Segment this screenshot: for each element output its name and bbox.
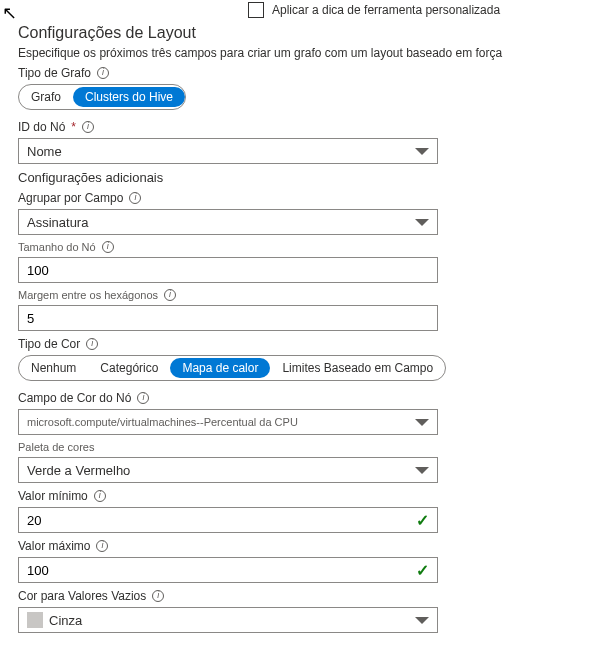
max-value-input[interactable] [27,563,416,578]
custom-tooltip-label: Aplicar a dica de ferramenta personaliza… [272,3,500,17]
check-icon: ✓ [416,511,429,530]
color-type-segmented[interactable]: Nenhum Categórico Mapa de calor Limites … [18,355,446,381]
layout-settings-hint: Especifique os próximos três campos para… [18,46,595,60]
hex-margin-label: Margem entre os hexágonos [18,289,158,301]
info-icon[interactable] [97,67,109,79]
info-icon[interactable] [82,121,94,133]
chevron-down-icon [415,617,429,624]
node-size-input[interactable] [27,263,429,278]
info-icon[interactable] [129,192,141,204]
check-icon: ✓ [416,561,429,580]
color-type-option-categorical[interactable]: Categórico [88,358,170,378]
graph-type-option-grafo[interactable]: Grafo [19,87,73,107]
info-icon[interactable] [96,540,108,552]
chevron-down-icon [415,148,429,155]
chevron-down-icon [415,219,429,226]
color-field-label: Campo de Cor do Nó [18,391,131,405]
hex-margin-input[interactable] [27,311,429,326]
info-icon[interactable] [94,490,106,502]
max-value-label: Valor máximo [18,539,90,553]
info-icon[interactable] [164,289,176,301]
group-by-label: Agrupar por Campo [18,191,123,205]
group-by-value: Assinatura [27,215,88,230]
info-icon[interactable] [137,392,149,404]
chevron-down-icon [415,467,429,474]
hex-margin-input-wrap[interactable] [18,305,438,331]
palette-value: Verde a Vermelho [27,463,130,478]
node-id-label: ID do Nó [18,120,65,134]
color-swatch-icon [27,612,43,628]
additional-settings-title: Configurações adicionais [18,170,595,185]
node-id-value: Nome [27,144,62,159]
color-type-option-none[interactable]: Nenhum [19,358,88,378]
color-type-label: Tipo de Cor [18,337,80,351]
empty-color-label: Cor para Valores Vazios [18,589,146,603]
color-field-select[interactable]: microsoft.compute/virtualmachines--Perce… [18,409,438,435]
palette-select[interactable]: Verde a Vermelho [18,457,438,483]
min-value-input-wrap[interactable]: ✓ [18,507,438,533]
color-type-option-field[interactable]: Limites Baseado em Campo [270,358,445,378]
graph-type-option-hive[interactable]: Clusters do Hive [73,87,185,107]
color-type-option-heatmap[interactable]: Mapa de calor [170,358,270,378]
node-size-input-wrap[interactable] [18,257,438,283]
min-value-label: Valor mínimo [18,489,88,503]
palette-label: Paleta de cores [18,441,94,453]
empty-color-value: Cinza [49,613,82,628]
max-value-input-wrap[interactable]: ✓ [18,557,438,583]
empty-color-select[interactable]: Cinza [18,607,438,633]
layout-settings-title: Configurações de Layout [18,24,595,42]
custom-tooltip-checkbox[interactable] [248,2,264,18]
node-size-label: Tamanho do Nó [18,241,96,253]
chevron-down-icon [415,419,429,426]
group-by-select[interactable]: Assinatura [18,209,438,235]
required-marker: * [71,120,76,134]
node-id-select[interactable]: Nome [18,138,438,164]
color-field-value: microsoft.compute/virtualmachines--Perce… [27,416,298,428]
info-icon[interactable] [152,590,164,602]
info-icon[interactable] [102,241,114,253]
min-value-input[interactable] [27,513,416,528]
graph-type-segmented[interactable]: Grafo Clusters do Hive [18,84,186,110]
graph-type-label: Tipo de Grafo [18,66,91,80]
info-icon[interactable] [86,338,98,350]
